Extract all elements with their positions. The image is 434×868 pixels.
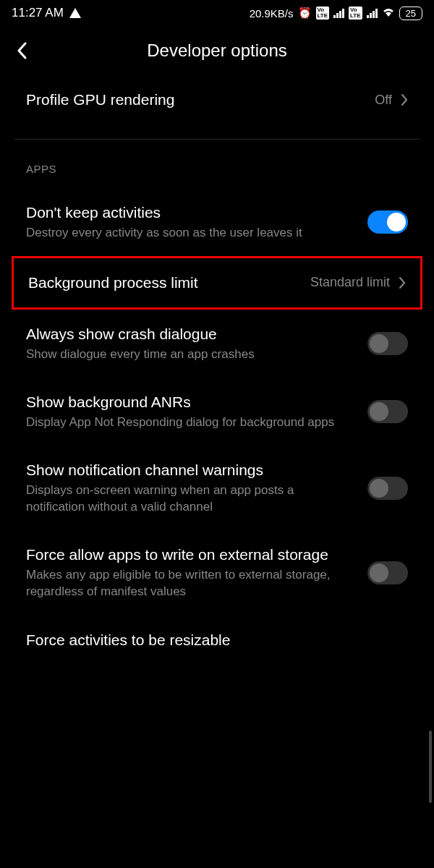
crash-dialogue-toggle[interactable]: [367, 332, 408, 355]
page-title: Developer options: [147, 41, 286, 61]
setting-title: Always show crash dialogue: [26, 324, 353, 344]
setting-title: Show background ANRs: [26, 392, 353, 412]
volte-icon-2: VoLTE: [349, 7, 362, 20]
toggle-knob: [387, 213, 406, 231]
background-anrs-toggle[interactable]: [367, 400, 408, 423]
dont-keep-activities-toggle[interactable]: [367, 210, 408, 234]
signal-icon-1: [333, 9, 344, 18]
signal-icon-2: [367, 9, 378, 18]
background-process-limit-row[interactable]: Background process limit Standard limit: [12, 256, 422, 309]
setting-value: Off: [375, 93, 392, 108]
toggle-knob: [370, 402, 388, 421]
setting-title: Don't keep activities: [26, 203, 353, 222]
setting-subtitle: Makes any app eligible to be written to …: [26, 567, 353, 600]
status-left: 11:27 AM: [12, 6, 81, 20]
back-icon: [17, 42, 27, 59]
setting-subtitle: Show dialogue every time an app crashes: [26, 346, 353, 363]
setting-title: Force activities to be resizable: [26, 630, 393, 650]
status-right: 20.9KB/s ⏰ VoLTE VoLTE 25: [250, 7, 422, 20]
volte-icon-1: VoLTE: [316, 7, 330, 20]
force-external-storage-row[interactable]: Force allow apps to write on external st…: [0, 530, 434, 615]
setting-subtitle: Display App Not Responding dialog for ba…: [26, 414, 353, 431]
profile-gpu-rendering-row[interactable]: Profile GPU rendering Off: [0, 75, 434, 124]
data-rate: 20.9KB/s: [250, 7, 294, 20]
notification-warnings-toggle[interactable]: [367, 477, 408, 500]
always-show-crash-dialogue-row[interactable]: Always show crash dialogue Show dialogue…: [0, 310, 434, 378]
notification-channel-warnings-row[interactable]: Show notification channel warnings Displ…: [0, 446, 434, 530]
battery-icon: 25: [399, 7, 422, 20]
setting-title: Show notification channel warnings: [26, 460, 353, 480]
external-storage-toggle[interactable]: [367, 561, 408, 584]
scrollbar[interactable]: [429, 731, 432, 803]
setting-title: Force allow apps to write on external st…: [26, 545, 353, 564]
status-bar: 11:27 AM 20.9KB/s ⏰ VoLTE VoLTE 25: [0, 0, 434, 26]
setting-value: Standard limit: [310, 275, 390, 290]
alarm-icon: ⏰: [298, 7, 312, 20]
show-background-anrs-row[interactable]: Show background ANRs Display App Not Res…: [0, 378, 434, 446]
setting-title: Background process limit: [28, 273, 296, 292]
chevron-right-icon: [399, 276, 406, 289]
chevron-right-icon: [401, 93, 408, 106]
status-time: 11:27 AM: [12, 6, 64, 20]
content: Profile GPU rendering Off APPS Don't kee…: [0, 75, 434, 664]
dont-keep-activities-row[interactable]: Don't keep activities Destroy every acti…: [0, 188, 434, 256]
setting-title: Profile GPU rendering: [26, 90, 360, 109]
toggle-knob: [370, 563, 388, 582]
warning-icon: [69, 8, 81, 18]
back-button[interactable]: [13, 42, 30, 59]
force-resizable-row[interactable]: Force activities to be resizable: [0, 615, 434, 664]
header: Developer options: [0, 26, 434, 75]
setting-subtitle: Displays on-screen warning when an app p…: [26, 482, 353, 516]
toggle-knob: [370, 334, 388, 353]
setting-subtitle: Destroy every activity as soon as the us…: [26, 225, 353, 242]
section-header-apps: APPS: [0, 140, 434, 188]
toggle-knob: [370, 479, 388, 498]
wifi-icon: [382, 7, 395, 20]
